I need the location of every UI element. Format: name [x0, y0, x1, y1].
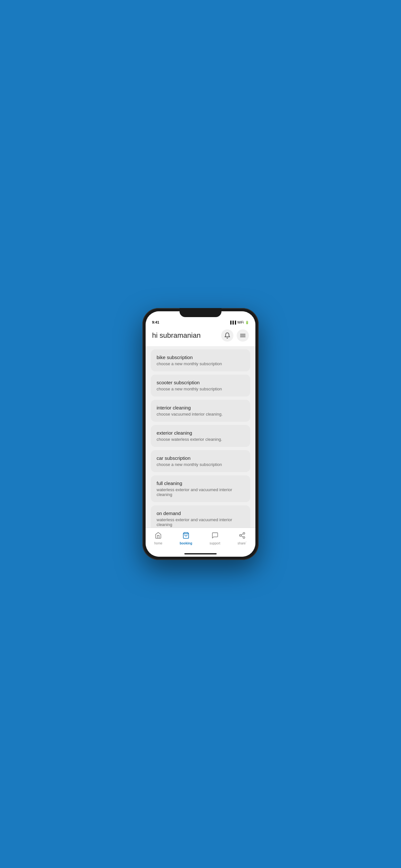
nav-label-support: support: [210, 541, 220, 545]
service-card-on-demand[interactable]: on demand waterless exterior and vacuume…: [151, 505, 250, 528]
notification-button[interactable]: [221, 330, 234, 342]
svg-line-8: [241, 534, 243, 535]
header-actions: [221, 330, 249, 342]
nav-item-support[interactable]: support: [206, 531, 223, 547]
svg-line-7: [241, 536, 243, 537]
nav-item-booking[interactable]: booking: [176, 531, 195, 547]
home-indicator-bar: [184, 553, 217, 554]
share-nav-icon: [239, 532, 246, 540]
status-time: 9:41: [152, 320, 159, 324]
battery-icon: 🔋: [245, 321, 249, 324]
nav-label-home: home: [154, 541, 162, 545]
booking-nav-icon: [182, 532, 189, 540]
nav-item-home[interactable]: home: [151, 531, 166, 547]
phone-screen: 9:41 ▐▐▐ WiFi 🔋 hi subramanian: [146, 311, 255, 557]
card-title-exterior-cleaning: exterior cleaning: [157, 430, 244, 436]
card-subtitle-scooter-subscription: choose a new monthly subscription: [157, 386, 244, 392]
bell-icon: [224, 332, 230, 339]
app-header: hi subramanian: [146, 326, 255, 346]
card-subtitle-exterior-cleaning: choose waterless exterior cleaning.: [157, 437, 244, 442]
status-icons: ▐▐▐ WiFi 🔋: [229, 321, 249, 324]
support-nav-icon: [212, 532, 219, 540]
service-card-full-cleaning[interactable]: full cleaning waterless exterior and vac…: [151, 475, 250, 502]
wifi-icon: WiFi: [237, 321, 244, 324]
service-card-exterior-cleaning[interactable]: exterior cleaning choose waterless exter…: [151, 425, 250, 447]
service-card-scooter-subscription[interactable]: scooter subscription choose a new monthl…: [151, 375, 250, 397]
card-subtitle-interior-cleaning: choose vacuumed interior cleaning.: [157, 412, 244, 416]
service-card-bike-subscription[interactable]: bike subscription choose a new monthly s…: [151, 349, 250, 371]
hamburger-icon: [240, 332, 246, 339]
service-card-interior-cleaning[interactable]: interior cleaning choose vacuumed interi…: [151, 400, 250, 422]
nav-label-share: share`: [238, 541, 247, 545]
bottom-navigation: home booking support share`: [146, 528, 255, 551]
notch: [180, 308, 221, 317]
card-subtitle-bike-subscription: choose a new monthly subscription: [157, 361, 244, 366]
card-subtitle-car-subscription: choose a new monthly subscription: [157, 462, 244, 467]
card-title-bike-subscription: bike subscription: [157, 354, 244, 360]
greeting-text: hi subramanian: [152, 331, 201, 340]
service-list: bike subscription choose a new monthly s…: [146, 346, 255, 528]
card-title-car-subscription: car subscription: [157, 455, 244, 461]
card-title-scooter-subscription: scooter subscription: [157, 380, 244, 385]
home-indicator: [146, 551, 255, 557]
menu-button[interactable]: [237, 330, 249, 342]
nav-label-booking: booking: [180, 541, 192, 545]
card-subtitle-on-demand: waterless exterior and vacuumed interior…: [157, 517, 244, 527]
card-title-full-cleaning: full cleaning: [157, 480, 244, 486]
service-card-car-subscription[interactable]: car subscription choose a new monthly su…: [151, 450, 250, 472]
phone-frame: 9:41 ▐▐▐ WiFi 🔋 hi subramanian: [143, 308, 258, 560]
card-title-on-demand: on demand: [157, 510, 244, 516]
card-subtitle-full-cleaning: waterless exterior and vacuumed interior…: [157, 487, 244, 497]
nav-item-share[interactable]: share`: [235, 531, 250, 547]
card-title-interior-cleaning: interior cleaning: [157, 405, 244, 410]
home-nav-icon: [155, 532, 162, 540]
signal-icon: ▐▐▐: [229, 321, 236, 324]
